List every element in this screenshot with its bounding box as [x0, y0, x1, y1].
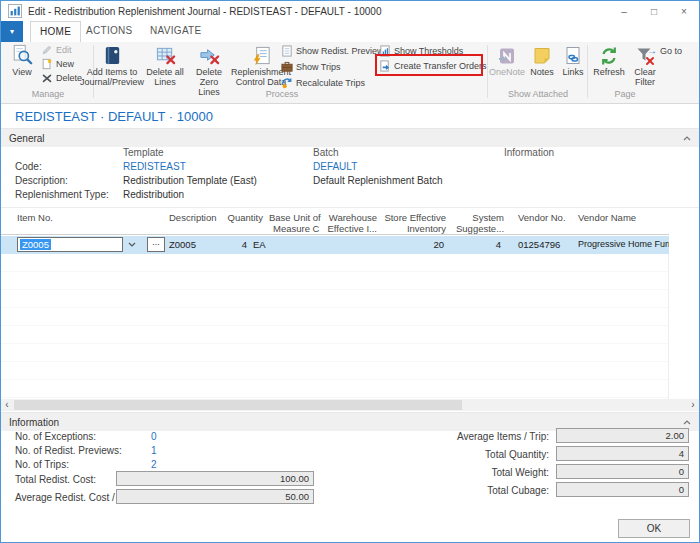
- minimize-button[interactable]: –: [609, 1, 639, 21]
- column-header-warehouse-effective[interactable]: Warehouse: [319, 212, 377, 223]
- app-menu-caret-icon: ▾: [10, 27, 14, 36]
- delete-all-lines-button[interactable]: Delete all Lines: [145, 43, 185, 87]
- no-of-exceptions-link[interactable]: 0: [151, 431, 157, 442]
- no-of-exceptions-label: No. of Exceptions:: [15, 431, 96, 442]
- app-menu-button[interactable]: ▾: [1, 21, 23, 42]
- group-label-page: Page: [589, 89, 661, 99]
- delete-x-icon: [41, 72, 53, 84]
- grid-empty-area: [1, 254, 669, 400]
- column-header-quantity[interactable]: Quantity: [201, 212, 263, 223]
- show-trips-button[interactable]: Show Trips: [281, 60, 341, 74]
- scrollbar-thumb[interactable]: [14, 400, 462, 410]
- item-no-assist-edit-button[interactable]: ...: [147, 237, 165, 252]
- view-button[interactable]: View: [5, 43, 39, 77]
- ribbon-separator: [487, 45, 488, 98]
- total-quantity-field[interactable]: 4: [556, 446, 689, 461]
- ribbon-tab-row: ▾ HOME ACTIONS NAVIGATE: [1, 21, 699, 42]
- go-to-arrow-icon: →: [647, 45, 657, 56]
- refresh-button[interactable]: Refresh: [591, 43, 627, 77]
- onenote-label: OneNote: [489, 67, 525, 77]
- total-cubage-field[interactable]: 0: [556, 482, 689, 497]
- new-button[interactable]: New: [41, 57, 74, 71]
- notes-sticky-icon: [532, 43, 552, 66]
- edit-pencil-icon: [41, 44, 53, 56]
- column-header-store-effective[interactable]: Store Effective: [378, 212, 446, 223]
- total-weight-label: Total Weight:: [401, 467, 549, 478]
- tab-navigate[interactable]: NAVIGATE: [141, 21, 210, 42]
- template-code-link[interactable]: REDISTEAST: [123, 161, 186, 172]
- group-label-process: Process: [81, 89, 483, 99]
- template-column-header: Template: [123, 147, 164, 158]
- view-icon: [11, 43, 33, 66]
- scroll-right-icon[interactable]: ›: [687, 399, 699, 411]
- no-of-redist-previews-label: No. of Redist. Previews:: [15, 445, 122, 456]
- batch-code-link[interactable]: DEFAULT: [313, 161, 357, 172]
- tab-home[interactable]: HOME: [30, 21, 81, 42]
- cell-base-unit: EA: [253, 239, 266, 250]
- replenishment-control-icon: [251, 43, 272, 66]
- column-header-base-unit[interactable]: Base Unit of: [269, 212, 321, 223]
- notes-button[interactable]: Notes: [527, 43, 557, 77]
- average-items-trip-field[interactable]: 2.00: [556, 428, 689, 443]
- column-header-item-no[interactable]: Item No.: [17, 212, 53, 223]
- item-no-selected-text: Z0005: [20, 239, 51, 250]
- general-section-header[interactable]: General: [1, 128, 699, 147]
- column-header-vendor-name[interactable]: Vendor Name: [578, 212, 636, 223]
- template-description-value: Redistribution Template (East): [123, 175, 257, 186]
- tab-actions[interactable]: ACTIONS: [77, 21, 142, 42]
- delete-label: Delete: [56, 73, 82, 83]
- group-label-show-attached: Show Attached: [489, 89, 587, 99]
- column-header-vendor-no[interactable]: Vendor No.: [518, 212, 566, 223]
- show-redist-preview-button[interactable]: Show Redist. Preview: [281, 44, 384, 58]
- ribbon: View Edit New Delete Add Items to Jour: [1, 42, 699, 104]
- close-button[interactable]: ×: [669, 1, 699, 21]
- show-trips-label: Show Trips: [296, 62, 341, 72]
- show-redist-preview-label: Show Redist. Preview: [296, 46, 384, 56]
- delete-all-lines-label: Delete all Lines: [145, 67, 185, 87]
- page-title: REDISTEAST · DEFAULT · 10000: [15, 109, 213, 124]
- table-row[interactable]: Z0005 ... Z0005 4 EA 20 4 01254796 Progr…: [1, 236, 669, 254]
- group-label-manage: Manage: [5, 89, 91, 99]
- batch-description-value: Default Replenishment Batch: [313, 175, 443, 186]
- new-document-icon: [41, 58, 53, 70]
- item-no-dropdown-icon[interactable]: [128, 242, 136, 247]
- no-of-trips-label: No. of Trips:: [15, 459, 69, 470]
- delete-button[interactable]: Delete: [41, 71, 82, 85]
- total-cubage-label: Total Cubage:: [401, 485, 549, 496]
- briefcase-icon: [281, 61, 293, 73]
- column-header-system-suggested-2[interactable]: Suggeste...: [456, 223, 504, 234]
- journal-lines-grid: Item No. Description Quantity Base Unit …: [1, 207, 700, 399]
- ribbon-separator: [587, 45, 588, 98]
- column-header-system-suggested[interactable]: System: [447, 212, 504, 223]
- code-label: Code:: [15, 161, 42, 172]
- column-header-base-unit-2[interactable]: Measure C: [273, 223, 319, 234]
- total-weight-field[interactable]: 0: [556, 464, 689, 479]
- recalculate-trips-button[interactable]: Recalculate Trips: [281, 76, 365, 90]
- horizontal-scrollbar[interactable]: ‹ ›: [1, 399, 699, 411]
- go-to-button[interactable]: → Go to: [647, 45, 682, 56]
- total-redist-cost-field[interactable]: 100.00: [116, 471, 314, 486]
- scroll-left-icon[interactable]: ‹: [1, 399, 13, 411]
- column-header-store-effective-2[interactable]: Inventory: [378, 223, 446, 234]
- maximize-button[interactable]: □: [639, 1, 669, 21]
- edit-button: Edit: [41, 43, 72, 57]
- cell-vendor-no: 01254796: [518, 239, 560, 250]
- cell-store-effective-inventory: 20: [378, 239, 444, 250]
- add-items-to-journal-button[interactable]: Add Items to Journal/Preview: [81, 43, 143, 87]
- ok-button[interactable]: OK: [618, 519, 690, 538]
- average-redist-cost-field[interactable]: 50.00: [116, 489, 314, 504]
- new-label: New: [56, 59, 74, 69]
- no-of-trips-link[interactable]: 2: [151, 459, 157, 470]
- edit-label: Edit: [56, 45, 72, 55]
- refresh-icon: [599, 43, 619, 66]
- description-label: Description:: [15, 175, 68, 186]
- delete-zero-lines-icon: [199, 43, 220, 66]
- no-of-redist-previews-link[interactable]: 1: [151, 445, 157, 456]
- links-label: Links: [562, 67, 583, 77]
- general-section-label: General: [9, 133, 45, 144]
- column-header-warehouse-effective-2[interactable]: Effective I...: [319, 223, 377, 234]
- titlebar: Edit - Redistribution Replenishment Jour…: [1, 1, 699, 21]
- links-button[interactable]: Links: [559, 43, 587, 77]
- item-no-input[interactable]: Z0005: [17, 237, 123, 252]
- cell-quantity: 4: [201, 239, 247, 250]
